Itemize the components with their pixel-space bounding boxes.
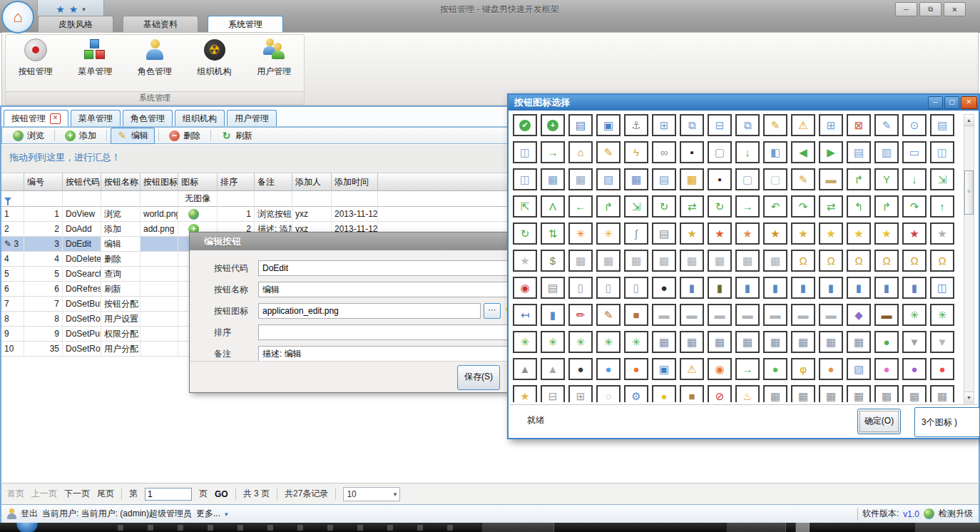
icon-cell[interactable]: → xyxy=(735,195,760,218)
pager-page-input[interactable] xyxy=(145,488,192,501)
icon-cell[interactable]: Υ xyxy=(874,168,899,190)
icon-cell[interactable]: ✎ xyxy=(596,141,621,163)
icon-cell[interactable]: ◉ xyxy=(513,277,537,299)
icon-cell[interactable]: ● xyxy=(819,358,843,380)
cell-code[interactable]: DoSetRole xyxy=(63,312,101,327)
filter-button-cell[interactable] xyxy=(1,191,24,207)
icon-cell[interactable]: ▲ xyxy=(513,358,537,380)
icon-cell[interactable]: ▬ xyxy=(819,168,843,190)
icon-cell[interactable]: ↶ xyxy=(763,195,787,218)
cell-code[interactable]: DoSetPurv... xyxy=(63,327,101,342)
icon-cell[interactable]: → xyxy=(541,141,565,163)
icon-cell[interactable]: ▦ xyxy=(708,250,732,272)
icon-cell[interactable]: ▮ xyxy=(735,277,760,299)
grid-corner-cell[interactable] xyxy=(1,173,24,191)
icon-cell[interactable]: ● xyxy=(596,358,621,380)
icon-cell[interactable]: ▦ xyxy=(680,331,704,353)
column-header-备注[interactable]: 备注 xyxy=(255,173,292,191)
icon-cell[interactable]: ▦ xyxy=(541,168,565,190)
icon-cell[interactable]: ◫ xyxy=(513,141,537,163)
scrollbar-thumb[interactable]: ≡ xyxy=(964,170,974,215)
icon-cell[interactable]: ▦ xyxy=(763,331,787,353)
icon-cell[interactable]: ▦ xyxy=(624,250,648,272)
icon-cell[interactable]: Ω xyxy=(847,250,871,272)
icon-cell[interactable]: ↰ xyxy=(847,195,871,218)
cell-name[interactable]: 查询 xyxy=(101,267,141,282)
icon-cell[interactable]: ● xyxy=(624,358,648,380)
icon-cell[interactable]: ▦ xyxy=(735,250,760,272)
filter-cell[interactable]: 无图像 xyxy=(178,191,218,207)
row-header[interactable]: 8 xyxy=(1,312,24,327)
icon-cell[interactable]: ⇄ xyxy=(680,195,704,218)
column-header-添加人[interactable]: 添加人 xyxy=(292,173,332,191)
icon-cell[interactable]: Ω xyxy=(791,250,815,272)
cell-id[interactable]: 6 xyxy=(24,282,63,297)
cell-icon-file[interactable] xyxy=(141,267,178,282)
icon-cell[interactable]: ✳ xyxy=(568,331,593,353)
icon-cell[interactable]: ✳ xyxy=(902,304,927,326)
row-header[interactable]: 9 xyxy=(1,327,24,342)
cell-icon-file[interactable] xyxy=(141,252,178,267)
taskbar-app-button[interactable] xyxy=(481,523,554,532)
save-button[interactable]: 保存(S) xyxy=(457,365,500,390)
cell-id[interactable]: 3 xyxy=(24,237,63,252)
icon-cell[interactable]: ▬ xyxy=(680,304,704,326)
icon-cell[interactable]: $ xyxy=(541,250,565,272)
doc-tab-按钮管理[interactable]: 按钮管理✕ xyxy=(4,110,68,126)
icon-cell[interactable]: ▯ xyxy=(624,277,648,299)
icon-cell[interactable]: ★ xyxy=(513,250,537,272)
icon-cell[interactable]: ▧ xyxy=(847,358,871,380)
icon-cell[interactable]: ▦ xyxy=(624,168,648,190)
cell-name[interactable]: 权限分配 xyxy=(101,327,141,342)
toolbar-button-刷新[interactable]: ↻刷新 xyxy=(215,128,259,144)
icon-cell[interactable]: ★ xyxy=(847,222,871,245)
icon-cell[interactable]: ★ xyxy=(735,222,760,245)
cell-name[interactable]: 编辑 xyxy=(101,237,141,252)
icon-cell[interactable]: ⊟ xyxy=(708,114,732,136)
app-orb-button[interactable]: ⌂ xyxy=(1,1,34,34)
icon-cell[interactable]: ⇲ xyxy=(930,168,954,190)
icon-cell[interactable]: ■ xyxy=(624,304,648,326)
icon-cell[interactable]: ▼ xyxy=(902,331,927,353)
filter-cell[interactable] xyxy=(24,191,63,207)
row-header[interactable]: 6 xyxy=(1,282,24,297)
icon-cell[interactable]: ✳ xyxy=(568,222,593,245)
icon-cell[interactable]: ✳ xyxy=(624,331,648,353)
icon-cell[interactable]: ϟ xyxy=(624,141,648,163)
icon-cell[interactable]: ◫ xyxy=(930,141,954,163)
icon-cell[interactable]: ▦ xyxy=(680,168,704,190)
icon-cell[interactable]: ✎ xyxy=(763,114,787,136)
icon-cell[interactable]: ⇲ xyxy=(624,195,648,218)
scroll-down-button[interactable]: ▼ xyxy=(964,392,974,403)
icon-cell[interactable]: ▮ xyxy=(874,277,899,299)
icon-cell[interactable]: ↷ xyxy=(902,195,927,218)
ribbon-tab-系统管理[interactable]: 系统管理 xyxy=(208,16,283,32)
cell-code[interactable]: DoSetRol... xyxy=(63,342,101,357)
page-size-dropdown[interactable]: 10 ▾ xyxy=(343,487,400,501)
icon-cell[interactable]: ▮ xyxy=(819,277,843,299)
icon-cell[interactable]: ★ xyxy=(763,222,787,245)
close-button[interactable]: ✕ xyxy=(961,96,977,109)
table-row[interactable]: 11DoView浏览world.png1浏览按钮yxz2013-11-12 xyxy=(1,207,509,222)
icon-cell[interactable]: ▦ xyxy=(819,331,843,353)
field-input-排序[interactable] xyxy=(258,324,519,340)
icon-cell[interactable]: ▮ xyxy=(541,304,565,326)
icon-cell[interactable]: ▮ xyxy=(708,277,732,299)
icon-cell[interactable]: ★ xyxy=(680,222,704,245)
cell-sort[interactable]: 1 xyxy=(218,207,255,222)
icon-cell[interactable]: ⇱ xyxy=(513,195,537,218)
icon-cell[interactable]: ★ xyxy=(902,222,927,245)
icon-cell[interactable]: ↻ xyxy=(652,195,676,218)
icon-cell[interactable]: ▶ xyxy=(819,141,843,163)
icon-cell[interactable]: ▦ xyxy=(874,385,899,402)
icon-cell[interactable]: Ω xyxy=(874,250,899,272)
icon-cell[interactable]: ⚠ xyxy=(680,358,704,380)
icon-cell[interactable]: ▢ xyxy=(708,141,732,163)
icon-cell[interactable]: ▮ xyxy=(763,277,787,299)
icon-cell[interactable]: ▦ xyxy=(763,385,787,402)
icon-cell[interactable]: ▦ xyxy=(680,250,704,272)
taskbar-icon[interactable] xyxy=(417,525,423,531)
icon-cell[interactable]: ▦ xyxy=(847,331,871,353)
ribbon-button-用户管理[interactable]: 用户管理 xyxy=(246,38,302,89)
icon-cell[interactable]: ✳ xyxy=(596,331,621,353)
